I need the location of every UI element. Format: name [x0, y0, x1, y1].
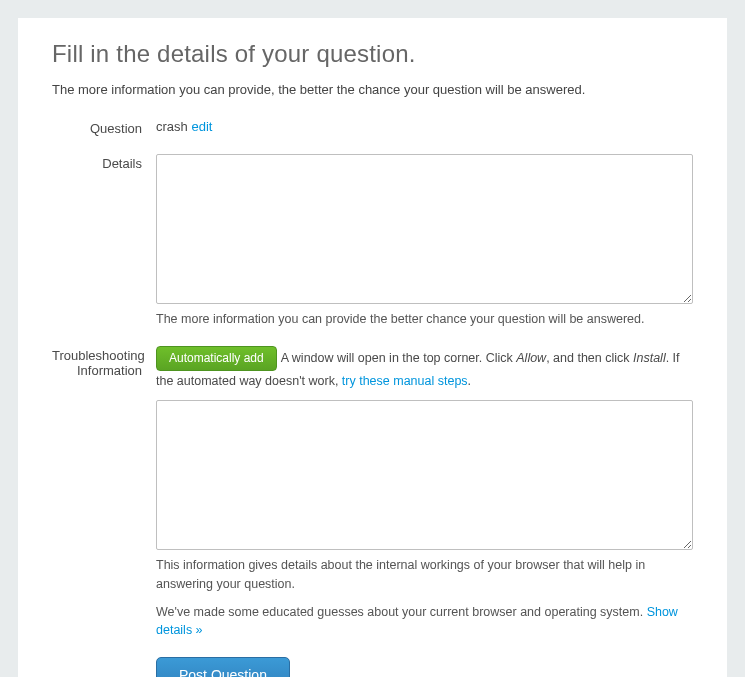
question-row: Question crash edit — [52, 119, 693, 136]
details-hint: The more information you can provide the… — [156, 310, 693, 328]
manual-steps-link[interactable]: try these manual steps — [342, 374, 468, 388]
post-question-button[interactable]: Post Question — [156, 657, 290, 677]
details-textarea[interactable] — [156, 154, 693, 304]
question-text: crash — [156, 119, 188, 134]
page-title: Fill in the details of your question. — [52, 40, 693, 68]
allow-emphasis: Allow — [516, 351, 546, 365]
page-subhead: The more information you can provide, th… — [52, 82, 693, 97]
details-row: Details The more information you can pro… — [52, 154, 693, 328]
troubleshooting-instructions: Automatically addA window will open in t… — [156, 346, 693, 392]
troubleshooting-hint-2: We've made some educated guesses about y… — [156, 603, 693, 639]
form-card: Fill in the details of your question. Th… — [18, 18, 727, 677]
troubleshooting-label: Troubleshooting Information — [52, 346, 156, 677]
question-label: Question — [52, 119, 156, 136]
troubleshooting-row: Troubleshooting Information Automaticall… — [52, 346, 693, 677]
install-emphasis: Install — [633, 351, 666, 365]
edit-question-link[interactable]: edit — [191, 119, 212, 134]
details-label: Details — [52, 154, 156, 328]
automatically-add-button[interactable]: Automatically add — [156, 346, 277, 371]
troubleshooting-hint-1: This information gives details about the… — [156, 556, 693, 592]
troubleshooting-textarea[interactable] — [156, 400, 693, 550]
